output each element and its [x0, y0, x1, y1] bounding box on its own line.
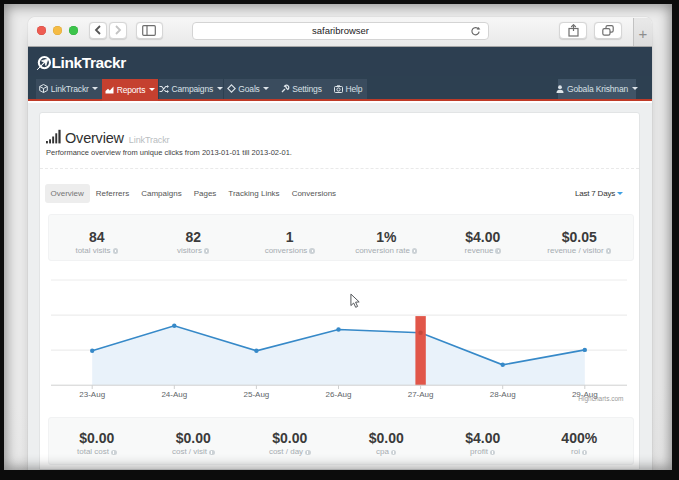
- svg-text:26-Aug: 26-Aug: [326, 390, 352, 399]
- svg-text:25-Aug: 25-Aug: [244, 390, 270, 399]
- svg-text:23-Aug: 23-Aug: [79, 390, 105, 399]
- svg-text:24-Aug: 24-Aug: [161, 390, 187, 399]
- svg-text:27-Aug: 27-Aug: [408, 390, 434, 399]
- svg-text:28-Aug: 28-Aug: [490, 390, 516, 399]
- svg-text:Highcharts.com: Highcharts.com: [578, 395, 623, 403]
